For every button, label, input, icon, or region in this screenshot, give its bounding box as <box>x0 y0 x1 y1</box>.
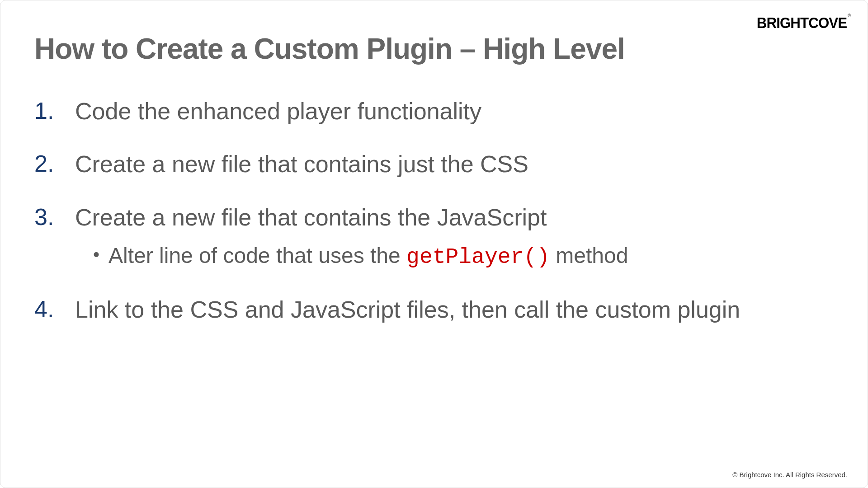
bullet-icon: • <box>93 243 99 266</box>
list-number: 3. <box>34 203 75 230</box>
sub-item: • Alter line of code that uses the getPl… <box>93 243 834 271</box>
steps-list: 1. Code the enhanced player functionalit… <box>34 97 834 324</box>
list-item: 3. Create a new file that contains the J… <box>34 203 834 271</box>
sub-text-suffix: method <box>550 244 628 267</box>
list-item: 1. Code the enhanced player functionalit… <box>34 97 834 125</box>
sub-text-prefix: Alter line of code that uses the <box>108 244 406 267</box>
list-text: Create a new file that contains just the… <box>75 151 528 177</box>
copyright-text: © Brightcove Inc. All Rights Reserved. <box>732 471 847 479</box>
list-item: 2. Create a new file that contains just … <box>34 150 834 178</box>
list-number: 4. <box>34 296 75 323</box>
sub-text: Alter line of code that uses the getPlay… <box>108 243 628 271</box>
list-content: Code the enhanced player functionality <box>75 97 834 125</box>
list-content: Link to the CSS and JavaScript files, th… <box>75 296 834 324</box>
brightcove-logo: BRIGHTCOVE <box>757 14 849 32</box>
list-item: 4. Link to the CSS and JavaScript files,… <box>34 296 834 324</box>
code-inline: getPlayer() <box>406 245 550 269</box>
list-content: Create a new file that contains just the… <box>75 150 834 178</box>
slide-container: BRIGHTCOVE How to Create a Custom Plugin… <box>0 0 868 488</box>
list-number: 2. <box>34 150 75 177</box>
list-text: Create a new file that contains the Java… <box>75 204 547 230</box>
list-number: 1. <box>34 97 75 124</box>
list-text: Code the enhanced player functionality <box>75 98 481 124</box>
list-content: Create a new file that contains the Java… <box>75 203 834 271</box>
sub-list: • Alter line of code that uses the getPl… <box>93 243 834 271</box>
slide-title: How to Create a Custom Plugin – High Lev… <box>34 32 834 66</box>
list-text: Link to the CSS and JavaScript files, th… <box>75 296 740 323</box>
